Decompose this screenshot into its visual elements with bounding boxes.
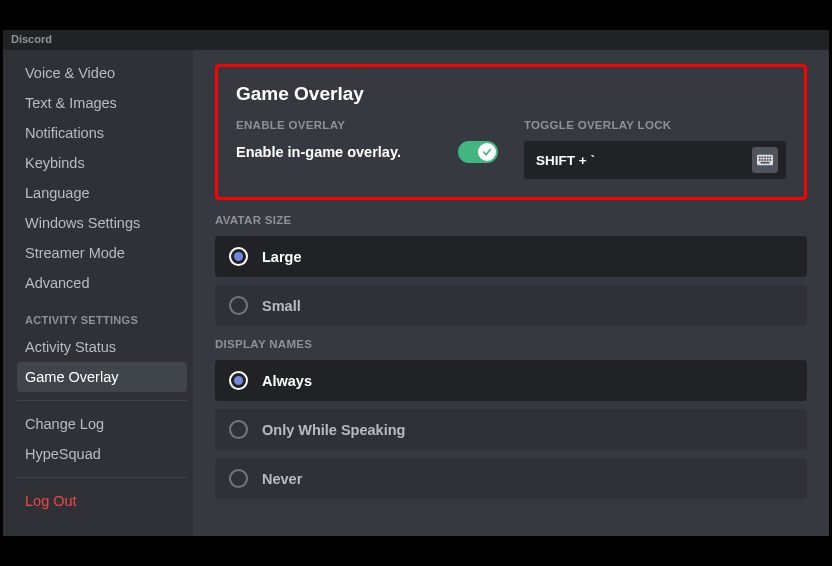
enable-overlay-toggle[interactable] [458, 141, 498, 163]
display-names-option-always[interactable]: Always [215, 360, 807, 401]
sidebar-item-windows-settings[interactable]: Windows Settings [17, 208, 187, 238]
svg-rect-11 [761, 162, 770, 164]
radio-label: Large [262, 249, 302, 265]
radio-dot [234, 376, 243, 385]
keybind-value: SHIFT + ` [536, 153, 595, 168]
page-title: Game Overlay [236, 83, 786, 105]
keyboard-icon [757, 154, 773, 166]
radio-circle [229, 247, 248, 266]
svg-rect-9 [767, 159, 769, 161]
sidebar-header-activity: ACTIVITY SETTINGS [17, 298, 187, 332]
svg-rect-5 [769, 156, 771, 158]
sidebar-item-text-images[interactable]: Text & Images [17, 88, 187, 118]
sidebar-item-game-overlay[interactable]: Game Overlay [17, 362, 187, 392]
radio-label: Small [262, 298, 301, 314]
avatar-size-option-small[interactable]: Small [215, 285, 807, 326]
radio-label: Only While Speaking [262, 422, 405, 438]
display-names-option-only-while-speaking[interactable]: Only While Speaking [215, 409, 807, 450]
toggle-lock-header: TOGGLE OVERLAY LOCK [524, 119, 786, 131]
keybind-input[interactable]: SHIFT + ` [524, 141, 786, 179]
display-names-option-never[interactable]: Never [215, 458, 807, 499]
svg-rect-7 [761, 159, 763, 161]
avatar-size-group: AVATAR SIZE LargeSmall [215, 214, 807, 326]
radio-dot [234, 252, 243, 261]
display-names-header: DISPLAY NAMES [215, 338, 807, 350]
svg-rect-3 [764, 156, 766, 158]
enable-overlay-label: Enable in-game overlay. [236, 144, 401, 160]
radio-circle [229, 371, 248, 390]
svg-rect-1 [759, 156, 761, 158]
check-icon [482, 147, 492, 157]
sidebar-item-hypesquad[interactable]: HypeSquad [17, 439, 187, 469]
svg-rect-4 [767, 156, 769, 158]
toggle-knob [478, 143, 496, 161]
body: Voice & VideoText & ImagesNotificationsK… [3, 50, 829, 536]
sidebar-item-activity-status[interactable]: Activity Status [17, 332, 187, 362]
svg-rect-8 [764, 159, 766, 161]
keybind-record-button[interactable] [752, 147, 778, 173]
sidebar-item-streamer-mode[interactable]: Streamer Mode [17, 238, 187, 268]
discord-window: Discord Voice & VideoText & ImagesNotifi… [3, 30, 829, 536]
svg-rect-10 [769, 159, 771, 161]
radio-circle [229, 420, 248, 439]
display-names-group: DISPLAY NAMES AlwaysOnly While SpeakingN… [215, 338, 807, 499]
radio-circle [229, 296, 248, 315]
radio-label: Never [262, 471, 302, 487]
svg-rect-6 [759, 159, 761, 161]
enable-overlay-header: ENABLE OVERLAY [236, 119, 498, 131]
sidebar-item-language[interactable]: Language [17, 178, 187, 208]
sidebar-item-keybinds[interactable]: Keybinds [17, 148, 187, 178]
radio-label: Always [262, 373, 312, 389]
avatar-size-option-large[interactable]: Large [215, 236, 807, 277]
settings-sidebar: Voice & VideoText & ImagesNotificationsK… [3, 50, 193, 536]
sidebar-item-notifications[interactable]: Notifications [17, 118, 187, 148]
sidebar-separator [17, 477, 187, 478]
overlay-highlight-box: Game Overlay ENABLE OVERLAY Enable in-ga… [215, 64, 807, 200]
sidebar-item-voice-video[interactable]: Voice & Video [17, 58, 187, 88]
sidebar-separator [17, 400, 187, 401]
radio-circle [229, 469, 248, 488]
sidebar-item-advanced[interactable]: Advanced [17, 268, 187, 298]
sidebar-item-log-out[interactable]: Log Out [17, 486, 187, 516]
sidebar-item-change-log[interactable]: Change Log [17, 409, 187, 439]
settings-main: Game Overlay ENABLE OVERLAY Enable in-ga… [193, 50, 829, 536]
titlebar: Discord [3, 30, 829, 50]
svg-rect-2 [761, 156, 763, 158]
avatar-size-header: AVATAR SIZE [215, 214, 807, 226]
